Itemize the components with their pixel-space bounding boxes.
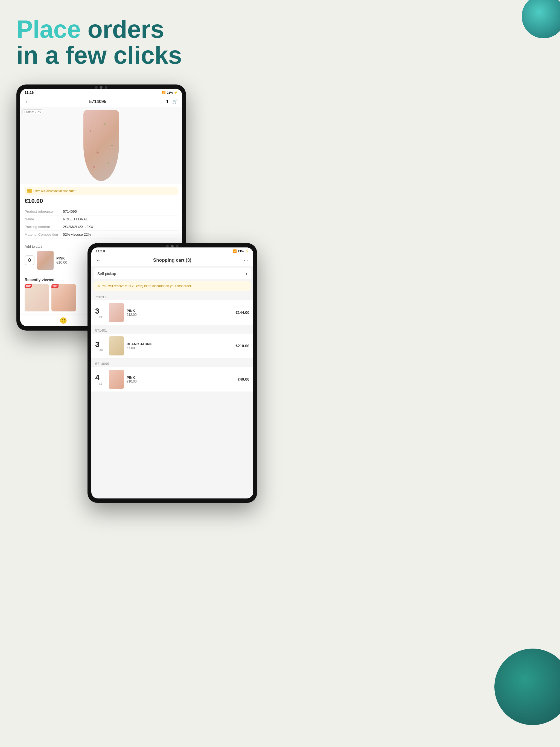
cart-thumb-1: [109, 303, 124, 322]
discount-icon: %: [27, 189, 32, 193]
cart-item-name-2: BLANC JAUNE: [127, 342, 235, 346]
cart-item-name-3: PINK: [127, 376, 238, 380]
product-image-area: Promo: 20%: [20, 107, 182, 184]
camera-dot-f2: [171, 245, 174, 248]
camera-dot-1: [95, 86, 98, 89]
promo-badge: Promo: 20%: [22, 109, 43, 114]
wifi-icon: 📶: [162, 91, 166, 94]
floral-pattern: [83, 110, 119, 181]
camera-bar-front: [166, 245, 179, 248]
product-details-section: % Extra 5% discount for first order €10.…: [20, 184, 182, 242]
quantity-display[interactable]: 0: [25, 255, 34, 265]
status-icons-front: 📶 21% ⚡: [233, 249, 249, 253]
camera-dot-2: [100, 86, 103, 89]
discount-text: Extra 5% discount for first order: [33, 189, 75, 192]
hero-section: Place orders in a few clicks: [0, 0, 560, 74]
hero-word-place: Place: [17, 16, 81, 43]
detail-row-name: Name ROBE FLORAL: [25, 215, 178, 223]
cart-item-qty-block-1: 3 x4: [95, 307, 106, 318]
cart-item-price-1: €12.00: [127, 313, 235, 317]
battery-icon-front: ⚡: [245, 249, 249, 253]
status-bar-front: 11:18 📶 21% ⚡: [91, 248, 253, 255]
detail-label-name: Name: [25, 217, 63, 221]
camera-dot-f1: [166, 245, 169, 248]
recently-viewed-item-2[interactable]: TOP: [51, 284, 76, 311]
cart-section-2: 571401 3 x10 BLANC JAUNE €7.00 €210.00: [91, 326, 253, 358]
cart-item-qty-block-2: 3 x10: [95, 340, 106, 352]
cart-qty-2: 3: [95, 340, 106, 349]
battery-text-front: 21%: [238, 250, 244, 253]
detail-value-ref: 5714095: [63, 209, 77, 213]
cart-item-2: 3 x10 BLANC JAUNE €7.00 €210.00: [91, 334, 253, 358]
cart-product-info: PINK €10.00: [56, 256, 67, 264]
share-icon[interactable]: ⬆: [166, 99, 169, 104]
cart-item-total-1: €144.00: [235, 310, 249, 315]
discount-banner: % Extra 5% discount for first order: [25, 187, 178, 195]
cart-ref-1: 7282U: [91, 293, 253, 300]
status-icons-back: 📶 21% ⚡: [162, 91, 178, 94]
wifi-icon-front: 📶: [233, 249, 237, 253]
camera-bar-back: [95, 86, 107, 89]
cart-ref-3: 5714095: [91, 360, 253, 367]
detail-value-material: 52% viscose 22%: [63, 232, 91, 236]
battery-text-back: 21%: [167, 91, 173, 94]
cart-product-price: €10.00: [56, 260, 67, 264]
cart-thumb-small: [37, 251, 54, 270]
cart-item-total-2: €210.00: [235, 344, 249, 348]
detail-row-ref: Product reference 5714095: [25, 208, 178, 215]
cart-item-price-3: €10.00: [127, 380, 238, 383]
cart-qty-3: 4: [95, 374, 106, 382]
shopping-cart-screen: 11:18 📶 21% ⚡ ← Shopping cart (3) ⋯ Self…: [91, 248, 253, 498]
time-back: 11:16: [25, 91, 34, 95]
cart-item-details-3: PINK €10.00: [127, 376, 238, 383]
product-id-title: 5714095: [89, 99, 106, 104]
detail-value-name: ROBE FLORAL: [63, 217, 88, 221]
cart-more-options[interactable]: ⋯: [244, 257, 249, 264]
rv-badge-2: TOP: [51, 284, 58, 288]
hero-word-orders: orders: [87, 16, 164, 43]
product-image: [83, 110, 119, 181]
status-bar-back: 11:16 📶 21% ⚡: [20, 89, 182, 96]
back-button[interactable]: ←: [25, 98, 30, 105]
hero-heading: Place orders in a few clicks: [17, 17, 543, 68]
detail-label-material: Material Composition: [25, 232, 63, 236]
tablet-shopping-cart: 11:18 📶 21% ⚡ ← Shopping cart (3) ⋯ Self…: [87, 243, 257, 503]
emoji-icon[interactable]: 🙂: [59, 317, 67, 324]
chevron-right-icon: ›: [246, 272, 247, 276]
cart-item-details-2: BLANC JAUNE €7.00: [127, 342, 235, 350]
tablets-container: 11:16 📶 21% ⚡ ← 5714095 ⬆ 🛒 Promo: 20%: [0, 79, 560, 598]
self-pickup-option[interactable]: Self pickup ›: [94, 268, 251, 279]
cart-qty-sub-2: x10: [95, 349, 106, 352]
camera-dot-3: [105, 86, 107, 89]
cart-back-button[interactable]: ←: [96, 257, 101, 264]
cart-product-name: PINK: [56, 256, 67, 260]
cart-section-1: 7282U 3 x4 PINK €12.00 €144.00: [91, 293, 253, 325]
cart-section-3: 5714095 4 x1 PINK €10.00 €40.00: [91, 360, 253, 392]
product-nav-header: ← 5714095 ⬆ 🛒: [20, 96, 182, 107]
cart-item-name-1: PINK: [127, 309, 235, 313]
cart-item-qty-block-3: 4 x1: [95, 374, 106, 385]
rv-badge-1: TOP: [25, 284, 32, 288]
product-price: €10.00: [25, 198, 178, 205]
cart-item-1: 3 x4 PINK €12.00 €144.00: [91, 300, 253, 325]
cart-item-total-3: €40.00: [238, 377, 249, 381]
camera-dot-f3: [176, 245, 179, 248]
battery-icon-back: ⚡: [174, 91, 178, 94]
cart-ref-2: 571401: [91, 326, 253, 334]
decoration-circle-bottom: [494, 649, 560, 725]
discount-notice-icon: %: [97, 284, 100, 288]
cart-thumb-3: [109, 370, 124, 389]
cart-nav-header: ← Shopping cart (3) ⋯: [91, 255, 253, 266]
self-pickup-label: Self pickup: [97, 272, 116, 276]
cart-qty-sub-3: x1: [95, 382, 106, 385]
detail-row-material: Material Composition 52% viscose 22%: [25, 231, 178, 238]
cart-icon-header[interactable]: 🛒: [172, 99, 178, 104]
cart-qty-1: 3: [95, 307, 106, 315]
cart-qty-sub-1: x4: [95, 315, 106, 318]
discount-notice-cart: % You will receive €19.70 (5%) extra dis…: [94, 281, 251, 291]
hero-line2: in a few clicks: [17, 42, 182, 69]
cart-title: Shopping cart (3): [101, 258, 244, 263]
cart-item-3: 4 x1 PINK €10.00 €40.00: [91, 367, 253, 392]
cart-item-details-1: PINK €12.00: [127, 309, 235, 317]
recently-viewed-item-1[interactable]: TOP: [25, 284, 49, 311]
